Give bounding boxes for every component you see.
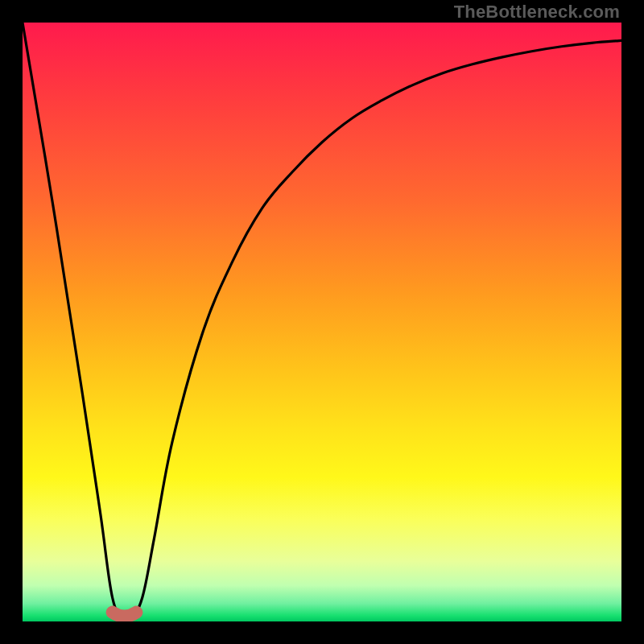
minimum-marker — [113, 613, 137, 617]
watermark-text: TheBottleneck.com — [454, 2, 620, 23]
chart-frame: TheBottleneck.com — [0, 0, 644, 644]
plot-area — [23, 23, 621, 621]
bottleneck-curve-path — [23, 23, 621, 621]
curve-svg — [23, 23, 621, 621]
